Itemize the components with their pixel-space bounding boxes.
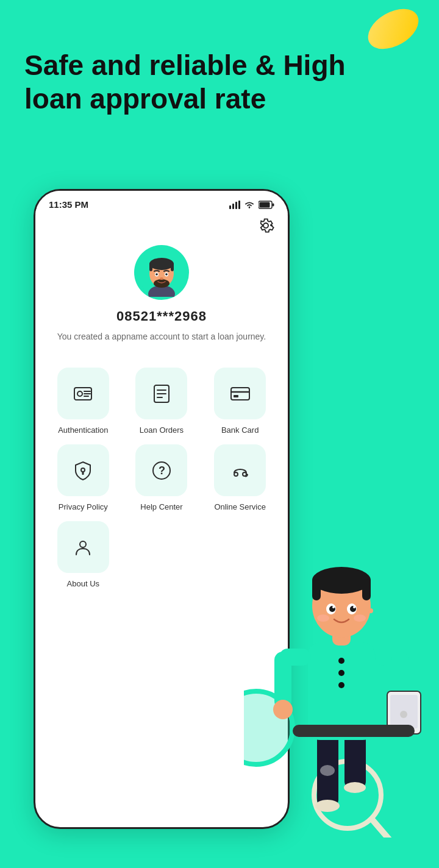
svg-rect-32 [234,395,238,397]
signal-icon [229,201,240,209]
svg-point-18 [155,273,158,276]
svg-line-42 [372,819,390,838]
help-center-label: Help Center [140,502,182,511]
svg-point-33 [81,468,85,472]
svg-point-49 [344,782,366,793]
menu-item-about-us[interactable]: About Us [49,521,118,588]
bank-card-label: Bank Card [221,425,259,435]
wifi-icon [244,201,255,209]
svg-point-19 [165,273,168,276]
privacy-policy-label: Privacy Policy [59,502,108,511]
status-time: 11:35 PM [49,199,88,210]
svg-point-73 [332,606,335,608]
settings-row [35,215,288,239]
svg-rect-1 [232,204,234,209]
svg-rect-2 [235,202,237,209]
authentication-icon-box [57,368,109,419]
svg-point-22 [77,391,82,396]
svg-rect-30 [231,388,249,400]
character-illustration [244,472,439,838]
account-description: You created a appname account to start a… [57,330,266,343]
help-center-icon: ? [151,460,173,482]
bank-card-icon-box [214,368,266,419]
help-center-icon-box: ? [135,444,187,496]
gear-icon[interactable] [257,217,274,234]
svg-point-76 [317,614,329,622]
header-section: Safe and reliable & High loan approval r… [24,49,366,116]
svg-point-77 [354,614,366,622]
svg-point-40 [80,541,86,547]
loan-orders-icon [151,383,173,405]
svg-point-51 [338,658,344,664]
svg-point-52 [338,670,344,676]
status-icons [229,201,274,209]
about-us-label: About Us [67,579,99,588]
svg-rect-68 [312,580,371,588]
svg-point-53 [338,682,344,688]
authentication-icon [72,383,94,405]
svg-point-20 [160,277,163,280]
menu-item-privacy-policy[interactable]: Privacy Policy [49,444,118,511]
svg-rect-13 [149,263,152,271]
menu-item-loan-orders[interactable]: Loan Orders [127,368,196,435]
about-us-icon [72,536,94,558]
svg-point-4 [249,207,251,208]
svg-point-74 [353,606,355,608]
loan-orders-icon-box [135,368,187,419]
main-headline: Safe and reliable & High loan approval r… [24,49,366,116]
menu-item-help-center[interactable]: ? Help Center [127,444,196,511]
svg-point-75 [368,608,373,613]
svg-rect-6 [260,202,270,207]
avatar [134,245,189,300]
svg-point-37 [234,472,238,476]
status-bar: 11:35 PM [35,191,288,215]
svg-point-15 [154,279,170,288]
decorative-blob-top [361,1,425,57]
menu-item-authentication[interactable]: Authentication [49,368,118,435]
phone-number: 08521***2968 [116,308,207,324]
svg-rect-3 [238,201,240,209]
svg-point-12 [149,258,174,270]
about-us-icon-box [57,521,109,573]
profile-section: 08521***2968 You created a appname accou… [35,239,288,355]
battery-icon [259,201,274,209]
svg-rect-7 [273,203,274,206]
svg-rect-0 [229,205,231,209]
privacy-policy-icon-box [57,444,109,496]
svg-point-47 [320,765,335,776]
menu-item-bank-card[interactable]: Bank Card [205,368,274,435]
svg-point-61 [400,711,407,718]
loan-orders-label: Loan Orders [140,425,184,435]
svg-point-48 [315,800,340,812]
svg-rect-14 [171,263,174,271]
bank-card-icon [229,383,251,405]
svg-rect-62 [293,725,415,737]
svg-point-56 [273,700,293,719]
svg-rect-34 [82,472,84,475]
privacy-policy-icon [72,460,94,482]
svg-text:?: ? [159,464,165,477]
authentication-label: Authentication [58,425,108,435]
